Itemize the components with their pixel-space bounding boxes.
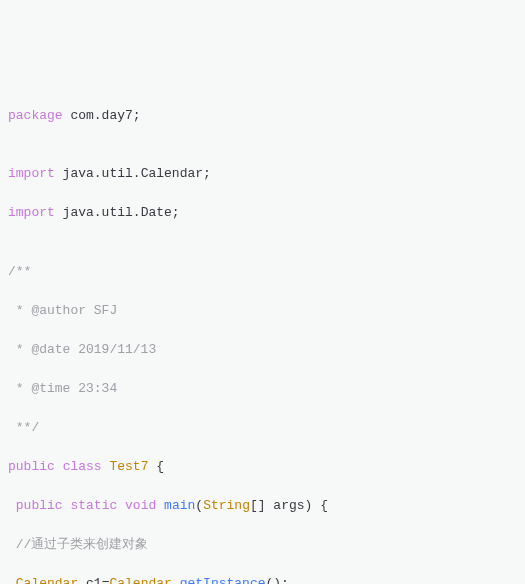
code-line: public static void main(String[] args) {: [8, 496, 517, 516]
code-line: Calendar c1=Calendar.getInstance();: [8, 574, 517, 585]
text: [156, 498, 164, 513]
code-line: package com.day7;: [8, 106, 517, 126]
text: java.util.Calendar;: [55, 166, 211, 181]
code-line: public class Test7 {: [8, 457, 517, 477]
text: com.day7;: [63, 108, 141, 123]
comment: //通过子类来创建对象: [8, 535, 517, 555]
comment: * @author SFJ: [8, 301, 517, 321]
text: .: [172, 576, 180, 585]
type: String: [203, 498, 250, 513]
comment: **/: [8, 418, 517, 438]
text: ();: [266, 576, 289, 585]
text: [117, 498, 125, 513]
code-line: import java.util.Calendar;: [8, 164, 517, 184]
text: c1=: [78, 576, 109, 585]
keyword: public: [8, 459, 55, 474]
keyword: static: [70, 498, 117, 513]
text: [8, 576, 16, 585]
type: Calendar: [109, 576, 171, 585]
text: [55, 459, 63, 474]
text: [8, 498, 16, 513]
comment: /**: [8, 262, 517, 282]
code-line: import java.util.Date;: [8, 203, 517, 223]
keyword: import: [8, 205, 55, 220]
method: getInstance: [180, 576, 266, 585]
comment: * @time 23:34: [8, 379, 517, 399]
keyword: class: [63, 459, 102, 474]
keyword: void: [125, 498, 156, 513]
comment: * @date 2019/11/13: [8, 340, 517, 360]
code-block: package com.day7; import java.util.Calen…: [8, 86, 517, 584]
keyword: import: [8, 166, 55, 181]
type: Test7: [109, 459, 148, 474]
text: {: [148, 459, 164, 474]
method: main: [164, 498, 195, 513]
keyword: package: [8, 108, 63, 123]
text: (: [195, 498, 203, 513]
type: Calendar: [16, 576, 78, 585]
text: [] args) {: [250, 498, 328, 513]
text: java.util.Date;: [55, 205, 180, 220]
keyword: public: [16, 498, 63, 513]
